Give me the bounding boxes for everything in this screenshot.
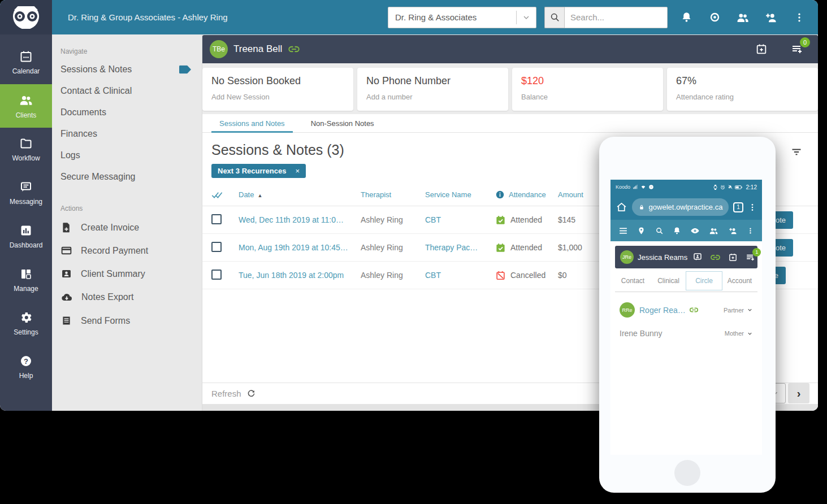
service-name-link[interactable]: Therapy Pac… xyxy=(425,243,495,252)
card-phone[interactable]: No Phone Number Add a number xyxy=(357,68,508,111)
attendance-cell[interactable]: Attended xyxy=(495,242,558,253)
tab-clinical[interactable]: Clinical xyxy=(651,277,686,285)
action-client-summary[interactable]: Client Summary xyxy=(52,262,202,285)
nav-item-documents[interactable]: Documents xyxy=(52,102,202,123)
action-label: Notes Export xyxy=(81,292,133,302)
tab-sessions-and-notes[interactable]: Sessions and Notes xyxy=(211,114,293,132)
action-record-payment[interactable]: Record Payment xyxy=(52,239,202,262)
action-create-invoice[interactable]: Create Invoice xyxy=(52,216,202,239)
nav-item-sessions-notes[interactable]: Sessions & Notes xyxy=(52,59,202,80)
phone-app-nav xyxy=(610,220,762,241)
link-icon[interactable] xyxy=(288,43,300,55)
search-input[interactable] xyxy=(564,7,668,28)
contact-name-link[interactable]: Roger Rea… xyxy=(639,306,686,315)
add-session-calendar-icon[interactable] xyxy=(755,43,768,55)
relation-dropdown[interactable]: Partner xyxy=(724,307,753,314)
chip-close-icon[interactable]: × xyxy=(295,167,300,175)
tab-count-button[interactable]: 1 xyxy=(733,202,743,212)
location-pin-icon[interactable] xyxy=(637,227,646,235)
url-bar[interactable]: gowelet.owlpractice.ca xyxy=(632,198,729,216)
add-person-icon[interactable] xyxy=(757,6,785,29)
more-options-dots-icon[interactable] xyxy=(785,6,813,29)
form-receipt-icon xyxy=(60,315,72,327)
search-icon[interactable] xyxy=(655,227,664,235)
attendance-cell[interactable]: Cancelled xyxy=(495,270,558,281)
attended-calendar-icon xyxy=(495,242,506,253)
session-date-link[interactable]: Wed, Dec 11th 2019 at 11:0… xyxy=(239,215,361,224)
service-name-link[interactable]: CBT xyxy=(425,271,495,280)
clients-people-icon[interactable] xyxy=(709,226,718,236)
clients-people-icon[interactable] xyxy=(729,6,757,29)
filter-icon[interactable] xyxy=(791,146,802,158)
tab-contact[interactable]: Contact xyxy=(615,277,651,285)
nav-item-contact-clinical[interactable]: Contact & Clinical xyxy=(52,80,202,102)
phone-home-button[interactable] xyxy=(674,460,700,486)
card-session[interactable]: No Session Booked Add New Session xyxy=(202,68,353,111)
add-person-icon[interactable] xyxy=(728,226,738,236)
relation-dropdown[interactable]: Mother xyxy=(725,330,753,337)
nav-item-secure-messaging[interactable]: Secure Messaging xyxy=(52,166,202,188)
more-options-dots-icon[interactable] xyxy=(747,227,754,234)
nav-item-finances[interactable]: Finances xyxy=(52,123,202,145)
add-session-calendar-icon[interactable] xyxy=(728,253,738,262)
tab-circle[interactable]: Circle xyxy=(686,272,722,290)
session-date-link[interactable]: Mon, Aug 19th 2019 at 10:45… xyxy=(239,243,361,252)
sidebar-item-calendar[interactable]: Calendar xyxy=(0,41,52,84)
column-service-name[interactable]: Service Name xyxy=(425,190,495,199)
browser-menu-dots-icon[interactable] xyxy=(748,203,757,212)
service-name-link[interactable]: CBT xyxy=(425,215,495,224)
row-checkbox[interactable] xyxy=(211,214,222,224)
sidebar-item-manage[interactable]: Manage xyxy=(0,258,52,302)
card-balance[interactable]: $120 Balance xyxy=(512,68,663,111)
attendance-cell[interactable]: Attended xyxy=(495,215,558,225)
phone-status-bar: Koodo 2:12 xyxy=(610,180,762,194)
column-therapist[interactable]: Therapist xyxy=(361,190,425,199)
battery-icon xyxy=(735,185,742,190)
nav-item-logs[interactable]: Logs xyxy=(52,145,202,166)
session-date-link[interactable]: Tue, Jun 18th 2019 at 2:00pm xyxy=(239,271,361,280)
column-date[interactable]: Date▲ xyxy=(239,190,361,199)
card-label: Balance xyxy=(521,93,654,101)
notifications-bell-icon[interactable] xyxy=(673,227,681,235)
owl-logo[interactable] xyxy=(0,0,52,34)
action-send-forms[interactable]: Send Forms xyxy=(52,309,202,332)
sidebar-item-help[interactable]: ? Help xyxy=(0,345,52,389)
tab-non-session-notes[interactable]: Non-Session Notes xyxy=(303,114,382,132)
sidebar-item-messaging[interactable]: Messaging xyxy=(0,171,52,215)
card-value: No Session Booked xyxy=(211,75,344,87)
sidebar-item-clients[interactable]: Clients xyxy=(0,84,52,128)
visibility-eye-icon[interactable] xyxy=(690,226,700,236)
pagination-next-button[interactable]: › xyxy=(788,383,809,403)
menu-hamburger-icon[interactable] xyxy=(618,226,628,236)
action-notes-export[interactable]: Notes Export xyxy=(52,285,202,309)
card-attendance[interactable]: 67% Attendance rating xyxy=(667,68,818,111)
visibility-eye-icon[interactable] xyxy=(700,6,729,29)
select-all-checks-icon[interactable] xyxy=(211,190,239,200)
search-icon[interactable] xyxy=(544,7,564,28)
action-label: Client Summary xyxy=(81,269,145,279)
tab-account[interactable]: Account xyxy=(722,277,757,285)
refresh-icon xyxy=(246,389,256,398)
home-icon[interactable] xyxy=(616,201,627,213)
sidebar-item-dashboard[interactable]: Dashboard xyxy=(0,215,52,258)
owl-logo-icon xyxy=(11,6,41,29)
link-icon[interactable] xyxy=(689,305,699,315)
message-client-icon[interactable] xyxy=(692,252,703,262)
recurrences-filter-chip[interactable]: Next 3 Recurrences × xyxy=(211,164,306,178)
link-icon[interactable] xyxy=(710,252,721,263)
actions-heading: Actions xyxy=(60,205,202,212)
sidebar-item-workflow[interactable]: Workflow xyxy=(0,128,52,171)
row-checkbox[interactable] xyxy=(211,270,222,280)
column-attendance[interactable]: Attendance xyxy=(495,190,558,199)
nav-item-label: Logs xyxy=(60,150,80,160)
notifications-bell-icon[interactable] xyxy=(672,6,700,29)
notes-list-button[interactable]: 1 xyxy=(745,252,756,263)
practice-selector[interactable]: Dr. Ring & Associates xyxy=(388,7,536,28)
signal-icon xyxy=(633,184,638,190)
sidebar-item-label: Settings xyxy=(14,328,38,336)
alarm-icon xyxy=(720,185,725,190)
sidebar-item-settings[interactable]: Settings xyxy=(0,302,52,345)
row-checkbox[interactable] xyxy=(211,242,222,252)
notes-list-button[interactable]: 0 xyxy=(790,42,804,56)
window-title: Dr. Ring & Group Associates - Ashley Rin… xyxy=(68,12,388,22)
